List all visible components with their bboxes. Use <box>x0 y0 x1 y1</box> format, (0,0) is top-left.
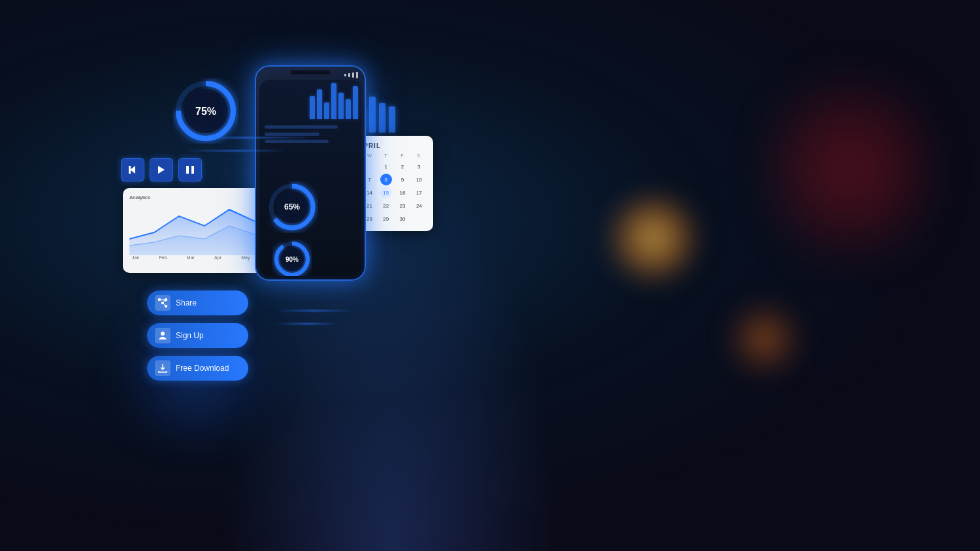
svg-rect-19 <box>165 298 167 301</box>
phone-bar <box>353 86 358 119</box>
calendar-day[interactable]: 2 <box>397 161 408 172</box>
bokeh-orange-light <box>725 303 804 375</box>
download-button[interactable]: Free Download <box>147 356 248 381</box>
svg-rect-17 <box>158 298 161 301</box>
bokeh-warm-light <box>601 193 706 284</box>
svg-line-23 <box>163 303 166 306</box>
action-buttons-group: Share Sign Up Free Download <box>147 291 248 381</box>
phone-bar <box>331 83 336 119</box>
glow-line-1 <box>183 137 314 138</box>
media-controls <box>121 158 202 181</box>
gauge-75-widget: 75% <box>173 78 238 144</box>
calendar-day[interactable]: 15 <box>380 187 392 198</box>
calendar-day[interactable]: 24 <box>413 200 425 212</box>
signup-label: Sign Up <box>176 331 204 340</box>
signup-button[interactable]: Sign Up <box>147 323 248 348</box>
phone-bar <box>324 102 329 119</box>
share-icon <box>155 295 171 311</box>
donut-65-widget: 65% <box>266 181 318 233</box>
share-button[interactable]: Share <box>147 291 248 315</box>
phone-bar-chart <box>310 86 358 119</box>
pause-button[interactable] <box>178 158 202 181</box>
phone-notch <box>291 71 330 74</box>
top-bar <box>389 106 395 133</box>
download-icon <box>155 360 171 376</box>
signup-icon <box>155 328 171 343</box>
calendar-day[interactable]: 30 <box>397 213 408 225</box>
share-label: Share <box>176 298 197 307</box>
svg-point-24 <box>161 332 165 336</box>
svg-rect-7 <box>186 166 189 174</box>
svg-marker-4 <box>130 166 135 174</box>
calendar-day[interactable]: 16 <box>397 187 408 198</box>
glow-line-4 <box>274 323 340 324</box>
calendar-day[interactable]: 1 <box>380 161 392 172</box>
svg-rect-5 <box>129 166 131 174</box>
calendar-day[interactable]: 10 <box>413 174 425 185</box>
bokeh-red-light <box>768 55 931 283</box>
download-label: Free Download <box>176 364 229 373</box>
svg-rect-8 <box>191 166 194 174</box>
glow-line-3 <box>274 310 353 311</box>
day-header: F <box>394 153 410 158</box>
play-button[interactable] <box>150 158 173 181</box>
day-header: S <box>410 153 427 158</box>
calendar-day[interactable]: 8 <box>380 174 392 185</box>
calendar-day[interactable]: 9 <box>397 174 408 185</box>
svg-text:90%: 90% <box>286 256 299 263</box>
glow-line-2 <box>183 150 287 151</box>
prev-button[interactable] <box>121 158 144 181</box>
circle-90-widget: 90% <box>272 240 312 276</box>
phone-bar <box>317 89 322 119</box>
phone-bar <box>338 93 344 119</box>
phone-bar <box>310 96 315 119</box>
top-bar <box>379 103 385 133</box>
day-header: T <box>378 153 394 158</box>
calendar-day[interactable]: 29 <box>380 213 392 225</box>
phone-status-bar <box>344 72 358 78</box>
phone-bar <box>346 99 351 119</box>
calendar-day[interactable]: 3 <box>413 161 425 172</box>
top-bar <box>369 97 376 133</box>
svg-text:75%: 75% <box>195 106 216 117</box>
calendar-day[interactable]: 17 <box>413 187 425 198</box>
calendar-day[interactable]: 22 <box>380 200 392 212</box>
phone-content-lines <box>265 125 356 147</box>
phone-screen: 65% 90% <box>259 80 361 276</box>
calendar-day <box>413 213 425 225</box>
svg-marker-6 <box>158 166 165 174</box>
svg-text:65%: 65% <box>284 202 300 212</box>
calendar-day[interactable]: 23 <box>397 200 408 212</box>
phone-device: 65% 90% <box>255 65 366 281</box>
